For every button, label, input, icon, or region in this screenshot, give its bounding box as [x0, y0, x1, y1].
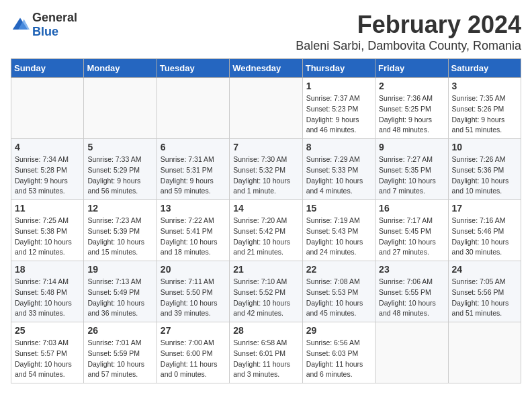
- calendar-day-cell: 29Sunrise: 6:56 AM Sunset: 6:03 PM Dayli…: [302, 322, 375, 383]
- day-number: 9: [379, 142, 444, 152]
- calendar-day-cell: 16Sunrise: 7:17 AM Sunset: 5:45 PM Dayli…: [375, 200, 448, 261]
- day-number: 19: [87, 264, 152, 275]
- day-number: 23: [379, 264, 444, 275]
- day-info: Sunrise: 6:58 AM Sunset: 6:01 PM Dayligh…: [233, 338, 298, 380]
- day-number: 8: [306, 142, 371, 152]
- calendar-day-cell: 13Sunrise: 7:22 AM Sunset: 5:41 PM Dayli…: [157, 200, 229, 261]
- day-info: Sunrise: 7:11 AM Sunset: 5:50 PM Dayligh…: [161, 277, 226, 319]
- page-subtitle: Baleni Sarbi, Dambovita County, Romania: [296, 39, 521, 53]
- day-number: 12: [87, 203, 152, 214]
- calendar-day-cell: 22Sunrise: 7:08 AM Sunset: 5:53 PM Dayli…: [302, 261, 375, 322]
- calendar-day-cell: 25Sunrise: 7:03 AM Sunset: 5:57 PM Dayli…: [11, 322, 84, 383]
- calendar-week-row: 1Sunrise: 7:37 AM Sunset: 5:23 PM Daylig…: [11, 78, 521, 139]
- calendar-day-cell: 23Sunrise: 7:06 AM Sunset: 5:55 PM Dayli…: [375, 261, 448, 322]
- day-info: Sunrise: 7:37 AM Sunset: 5:23 PM Dayligh…: [306, 93, 371, 136]
- calendar-day-cell: [84, 78, 157, 139]
- day-number: 16: [379, 203, 444, 214]
- day-number: 10: [452, 142, 517, 152]
- day-info: Sunrise: 7:05 AM Sunset: 5:56 PM Dayligh…: [452, 277, 517, 319]
- day-info: Sunrise: 7:19 AM Sunset: 5:43 PM Dayligh…: [306, 216, 371, 258]
- page-title: February 2024: [296, 11, 521, 39]
- day-info: Sunrise: 7:35 AM Sunset: 5:26 PM Dayligh…: [452, 93, 517, 136]
- calendar-day-cell: [448, 322, 521, 383]
- day-info: Sunrise: 7:29 AM Sunset: 5:33 PM Dayligh…: [306, 154, 371, 197]
- calendar-table: SundayMondayTuesdayWednesdayThursdayFrid…: [11, 58, 521, 383]
- day-info: Sunrise: 7:36 AM Sunset: 5:25 PM Dayligh…: [379, 93, 444, 136]
- calendar-day-cell: 21Sunrise: 7:10 AM Sunset: 5:52 PM Dayli…: [230, 261, 302, 322]
- day-info: Sunrise: 7:10 AM Sunset: 5:52 PM Dayligh…: [233, 277, 298, 319]
- calendar-day-cell: 9Sunrise: 7:27 AM Sunset: 5:35 PM Daylig…: [375, 139, 448, 200]
- calendar-day-cell: 15Sunrise: 7:19 AM Sunset: 5:43 PM Dayli…: [302, 200, 375, 261]
- day-info: Sunrise: 7:17 AM Sunset: 5:45 PM Dayligh…: [379, 216, 444, 258]
- calendar-day-cell: 11Sunrise: 7:25 AM Sunset: 5:38 PM Dayli…: [11, 200, 84, 261]
- calendar-week-row: 11Sunrise: 7:25 AM Sunset: 5:38 PM Dayli…: [11, 200, 521, 261]
- day-number: 6: [161, 142, 226, 152]
- calendar-day-cell: 12Sunrise: 7:23 AM Sunset: 5:39 PM Dayli…: [84, 200, 157, 261]
- day-number: 4: [15, 142, 80, 152]
- logo-general: General: [32, 11, 77, 24]
- day-number: 17: [452, 203, 517, 214]
- day-number: 13: [161, 203, 226, 214]
- calendar-day-header: Tuesday: [157, 59, 229, 78]
- page-header: General Blue February 2024 Baleni Sarbi,…: [11, 11, 521, 53]
- day-number: 14: [233, 203, 298, 214]
- calendar-day-cell: 7Sunrise: 7:30 AM Sunset: 5:32 PM Daylig…: [230, 139, 302, 200]
- day-info: Sunrise: 7:26 AM Sunset: 5:36 PM Dayligh…: [452, 154, 517, 197]
- calendar-day-cell: 26Sunrise: 7:01 AM Sunset: 5:59 PM Dayli…: [84, 322, 157, 383]
- calendar-day-header: Thursday: [302, 59, 375, 78]
- logo-icon: [11, 15, 30, 34]
- calendar-day-cell: 3Sunrise: 7:35 AM Sunset: 5:26 PM Daylig…: [448, 78, 521, 139]
- calendar-day-cell: [375, 322, 448, 383]
- day-number: 1: [306, 81, 371, 91]
- calendar-day-cell: [11, 78, 84, 139]
- day-number: 18: [15, 264, 80, 275]
- day-info: Sunrise: 7:16 AM Sunset: 5:46 PM Dayligh…: [452, 216, 517, 258]
- calendar-day-cell: 17Sunrise: 7:16 AM Sunset: 5:46 PM Dayli…: [448, 200, 521, 261]
- calendar-day-cell: 10Sunrise: 7:26 AM Sunset: 5:36 PM Dayli…: [448, 139, 521, 200]
- calendar-day-cell: 19Sunrise: 7:13 AM Sunset: 5:49 PM Dayli…: [84, 261, 157, 322]
- day-info: Sunrise: 7:31 AM Sunset: 5:31 PM Dayligh…: [161, 154, 226, 197]
- calendar-week-row: 25Sunrise: 7:03 AM Sunset: 5:57 PM Dayli…: [11, 322, 521, 383]
- calendar-week-row: 4Sunrise: 7:34 AM Sunset: 5:28 PM Daylig…: [11, 139, 521, 200]
- day-info: Sunrise: 7:25 AM Sunset: 5:38 PM Dayligh…: [15, 216, 80, 258]
- calendar-day-cell: 14Sunrise: 7:20 AM Sunset: 5:42 PM Dayli…: [230, 200, 302, 261]
- day-info: Sunrise: 7:22 AM Sunset: 5:41 PM Dayligh…: [161, 216, 226, 258]
- calendar-day-header: Monday: [84, 59, 157, 78]
- calendar-day-cell: 20Sunrise: 7:11 AM Sunset: 5:50 PM Dayli…: [157, 261, 229, 322]
- calendar-day-cell: 1Sunrise: 7:37 AM Sunset: 5:23 PM Daylig…: [302, 78, 375, 139]
- logo: General Blue: [11, 11, 77, 39]
- calendar-day-cell: 27Sunrise: 7:00 AM Sunset: 6:00 PM Dayli…: [157, 322, 229, 383]
- calendar-week-row: 18Sunrise: 7:14 AM Sunset: 5:48 PM Dayli…: [11, 261, 521, 322]
- calendar-header-row: SundayMondayTuesdayWednesdayThursdayFrid…: [11, 59, 521, 78]
- calendar-day-header: Friday: [375, 59, 448, 78]
- day-number: 3: [452, 81, 517, 91]
- calendar-day-cell: [157, 78, 229, 139]
- day-info: Sunrise: 7:13 AM Sunset: 5:49 PM Dayligh…: [87, 277, 152, 319]
- day-info: Sunrise: 7:01 AM Sunset: 5:59 PM Dayligh…: [87, 338, 152, 380]
- day-number: 2: [379, 81, 444, 91]
- day-number: 27: [161, 325, 226, 336]
- day-number: 22: [306, 264, 371, 275]
- day-number: 5: [87, 142, 152, 152]
- day-info: Sunrise: 6:56 AM Sunset: 6:03 PM Dayligh…: [306, 338, 371, 380]
- calendar-day-cell: 5Sunrise: 7:33 AM Sunset: 5:29 PM Daylig…: [84, 139, 157, 200]
- day-number: 20: [161, 264, 226, 275]
- calendar-day-cell: 18Sunrise: 7:14 AM Sunset: 5:48 PM Dayli…: [11, 261, 84, 322]
- day-number: 7: [233, 142, 298, 152]
- day-info: Sunrise: 7:23 AM Sunset: 5:39 PM Dayligh…: [87, 216, 152, 258]
- day-info: Sunrise: 7:20 AM Sunset: 5:42 PM Dayligh…: [233, 216, 298, 258]
- day-info: Sunrise: 7:33 AM Sunset: 5:29 PM Dayligh…: [87, 154, 152, 197]
- day-info: Sunrise: 7:06 AM Sunset: 5:55 PM Dayligh…: [379, 277, 444, 319]
- title-block: February 2024 Baleni Sarbi, Dambovita Co…: [296, 11, 521, 53]
- calendar-day-cell: [230, 78, 302, 139]
- day-number: 24: [452, 264, 517, 275]
- day-number: 25: [15, 325, 80, 336]
- calendar-day-cell: 4Sunrise: 7:34 AM Sunset: 5:28 PM Daylig…: [11, 139, 84, 200]
- day-info: Sunrise: 7:00 AM Sunset: 6:00 PM Dayligh…: [161, 338, 226, 380]
- calendar-day-header: Sunday: [11, 59, 84, 78]
- day-info: Sunrise: 7:30 AM Sunset: 5:32 PM Dayligh…: [233, 154, 298, 197]
- day-number: 21: [233, 264, 298, 275]
- day-number: 15: [306, 203, 371, 214]
- calendar-day-cell: 24Sunrise: 7:05 AM Sunset: 5:56 PM Dayli…: [448, 261, 521, 322]
- calendar-day-cell: 2Sunrise: 7:36 AM Sunset: 5:25 PM Daylig…: [375, 78, 448, 139]
